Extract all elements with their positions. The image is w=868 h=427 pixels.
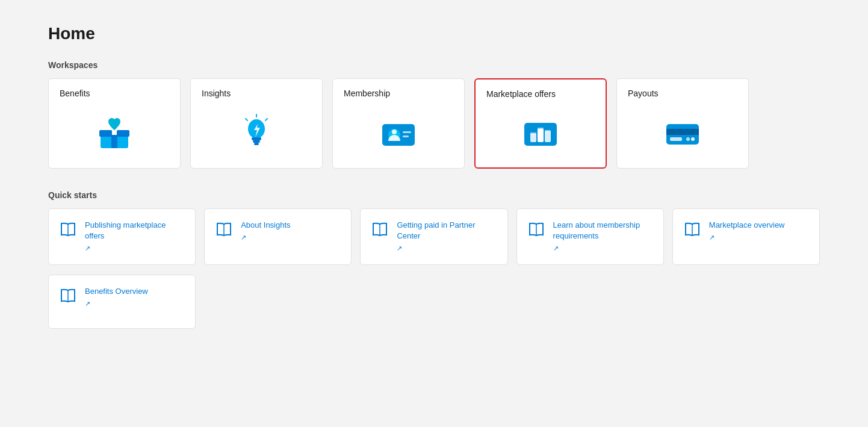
workspace-card-insights[interactable]: Insights (190, 78, 323, 169)
qs-card-insights[interactable]: About Insights ↗ (204, 208, 352, 265)
svg-rect-21 (538, 128, 544, 130)
svg-rect-22 (545, 130, 551, 132)
workspace-card-payouts[interactable]: Payouts (616, 78, 749, 169)
quick-starts-row2: Benefits Overview ↗ (48, 275, 820, 329)
svg-rect-20 (530, 132, 536, 135)
qs-card-publishing[interactable]: Publishing marketplace offers ↗ (48, 208, 196, 265)
quick-starts-label: Quick starts (48, 190, 820, 200)
book-icon-benefits-overview (58, 286, 78, 305)
svg-point-26 (686, 137, 690, 141)
qs-text-getting-paid: Getting paid in Partner Center ↗ (397, 220, 497, 254)
svg-rect-14 (403, 131, 411, 133)
svg-rect-17 (530, 134, 536, 142)
membership-icon (344, 109, 453, 157)
book-icon-marketplace-overview (683, 220, 702, 239)
workspace-card-marketplace[interactable]: Marketplace offers (474, 78, 607, 169)
insights-icon (202, 109, 311, 157)
workspaces-label: Workspaces (48, 60, 820, 70)
svg-line-10 (265, 119, 267, 120)
qs-text-publishing: Publishing marketplace offers ↗ (85, 220, 185, 254)
workspace-card-membership[interactable]: Membership (332, 78, 465, 169)
qs-card-getting-paid[interactable]: Getting paid in Partner Center ↗ (360, 208, 507, 265)
qs-text-membership: Learn about membership requirements ↗ (553, 220, 654, 254)
qs-card-membership[interactable]: Learn about membership requirements ↗ (516, 208, 664, 265)
workspace-label-insights: Insights (202, 89, 231, 98)
svg-rect-25 (670, 137, 682, 141)
svg-rect-7 (254, 143, 259, 145)
svg-rect-5 (252, 137, 261, 140)
page-title: Home (48, 24, 820, 43)
book-icon-publishing (58, 220, 78, 239)
qs-card-benefits-overview[interactable]: Benefits Overview ↗ (48, 275, 196, 329)
workspace-label-payouts: Payouts (628, 89, 659, 98)
svg-rect-19 (545, 131, 551, 142)
svg-point-13 (392, 129, 397, 134)
workspace-label-marketplace: Marketplace offers (486, 89, 556, 99)
payouts-icon (628, 109, 737, 157)
book-icon-membership (527, 220, 546, 239)
svg-rect-18 (538, 129, 544, 142)
qs-text-insights: About Insights ↗ (241, 220, 290, 243)
qs-text-marketplace-overview: Marketplace overview ↗ (709, 220, 785, 243)
marketplace-icon (486, 110, 595, 157)
workspace-label-benefits: Benefits (60, 89, 90, 98)
svg-rect-24 (666, 129, 699, 135)
svg-rect-1 (99, 130, 112, 137)
svg-point-27 (691, 137, 695, 141)
qs-card-marketplace-overview[interactable]: Marketplace overview ↗ (672, 208, 820, 265)
svg-rect-3 (111, 135, 117, 148)
qs-text-benefits-overview: Benefits Overview ↗ (85, 286, 148, 309)
svg-rect-15 (403, 136, 409, 137)
quick-starts-row1: Publishing marketplace offers ↗ About In… (48, 208, 820, 265)
workspace-card-benefits[interactable]: Benefits (48, 78, 181, 169)
workspace-label-membership: Membership (344, 89, 390, 98)
svg-rect-6 (253, 140, 260, 143)
book-icon-getting-paid (370, 220, 389, 239)
workspaces-section: Benefits Insights (48, 78, 820, 169)
svg-line-9 (246, 119, 247, 120)
benefits-icon (60, 109, 169, 157)
svg-rect-2 (117, 130, 129, 137)
book-icon-insights (214, 220, 234, 239)
